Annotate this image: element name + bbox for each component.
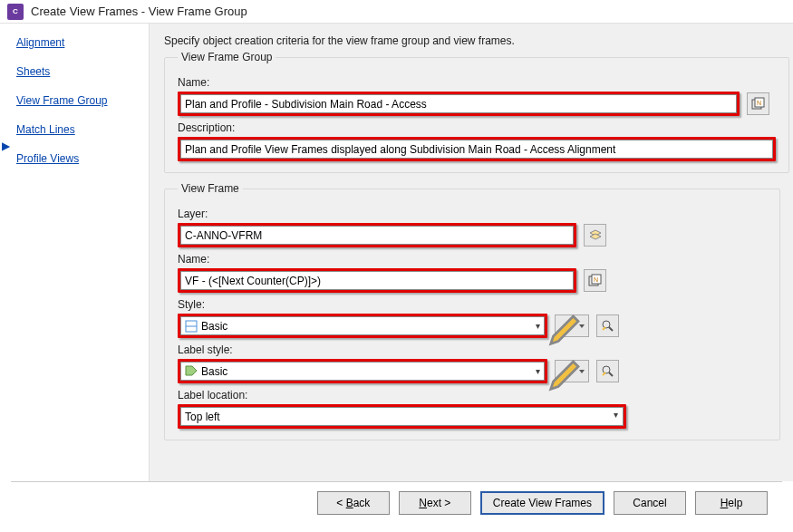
nav-profile-views[interactable]: Profile Views [16,152,140,165]
edit-style-icon [548,352,588,392]
name-template-icon: N [588,274,603,288]
back-button[interactable]: < Back [317,491,390,515]
style-glyph-icon [185,320,198,333]
frame-name-template-button[interactable]: N [584,269,606,292]
main-area: ▶ Alignment Sheets View Frame Group Matc… [0,24,793,481]
group-name-template-button[interactable]: N [747,92,769,115]
frame-labelstyle-label: Label style: [178,343,767,356]
svg-marker-12 [186,366,197,375]
title-bar: C Create View Frames - View Frame Group [0,0,793,24]
view-frame-fieldset: View Frame Layer: Name: N Style: [164,182,780,440]
style-preview-button[interactable] [596,314,619,337]
chevron-down-icon: ▾ [536,366,540,376]
instruction-text: Specify object creation criteria for the… [164,34,780,47]
style-preview-icon [601,319,615,334]
dialog-footer: < Back Next > Create View Frames Cancel … [0,482,793,524]
group-name-input[interactable] [180,94,737,113]
style-preview-icon [601,364,615,379]
view-frame-group-fieldset: View Frame Group Name: N Description: [164,51,789,173]
svg-point-10 [603,321,610,328]
group-legend: View Frame Group [178,51,276,63]
svg-line-11 [609,327,613,331]
frame-style-select[interactable]: Basic ▾ [180,316,545,335]
group-name-label: Name: [178,76,776,89]
name-template-icon: N [751,97,766,111]
help-button[interactable]: Help [695,491,768,515]
labelstyle-preview-button[interactable] [596,360,619,382]
style-edit-button[interactable] [555,314,589,337]
layer-picker-button[interactable] [584,224,606,247]
dialog-title: Create View Frames - View Frame Group [31,5,247,18]
frame-style-label: Style: [178,298,767,311]
frame-style-value: Basic [201,320,536,333]
app-icon: C [7,4,24,20]
frame-labelstyle-value: Basic [201,365,536,378]
frame-labelloc-label: Label location: [178,389,767,401]
frame-name-input[interactable] [180,271,574,290]
frame-labelstyle-select[interactable]: Basic ▾ [180,362,545,381]
frame-labelloc-select[interactable]: Top left [180,407,624,426]
frame-layer-input[interactable] [180,226,574,245]
nav-match-lines[interactable]: Match Lines [16,123,140,136]
nav-alignment[interactable]: Alignment [16,36,140,49]
create-view-frames-button[interactable]: Create View Frames [480,491,604,515]
layer-picker-icon [588,228,603,243]
tag-glyph-icon [185,365,198,378]
svg-text:N: N [594,276,598,283]
edit-style-icon [548,306,588,346]
group-desc-label: Description: [178,121,776,134]
active-step-arrow: ▶ [2,140,10,152]
svg-line-14 [609,372,613,376]
labelstyle-edit-button[interactable] [555,360,589,382]
svg-marker-4 [590,234,601,239]
next-button[interactable]: Next > [399,491,471,515]
group-desc-input[interactable] [180,140,773,159]
nav-sheets[interactable]: Sheets [16,65,140,78]
frame-layer-label: Layer: [178,208,767,220]
nav-view-frame-group[interactable]: View Frame Group [16,94,140,107]
frame-name-label: Name: [178,253,767,266]
cancel-button[interactable]: Cancel [614,491,686,515]
chevron-down-icon: ▾ [536,321,540,331]
frame-legend: View Frame [178,182,243,195]
svg-text:N: N [757,100,761,106]
svg-point-13 [603,366,610,373]
wizard-sidebar: ▶ Alignment Sheets View Frame Group Matc… [0,24,150,481]
content-pane: Specify object creation criteria for the… [150,24,793,481]
